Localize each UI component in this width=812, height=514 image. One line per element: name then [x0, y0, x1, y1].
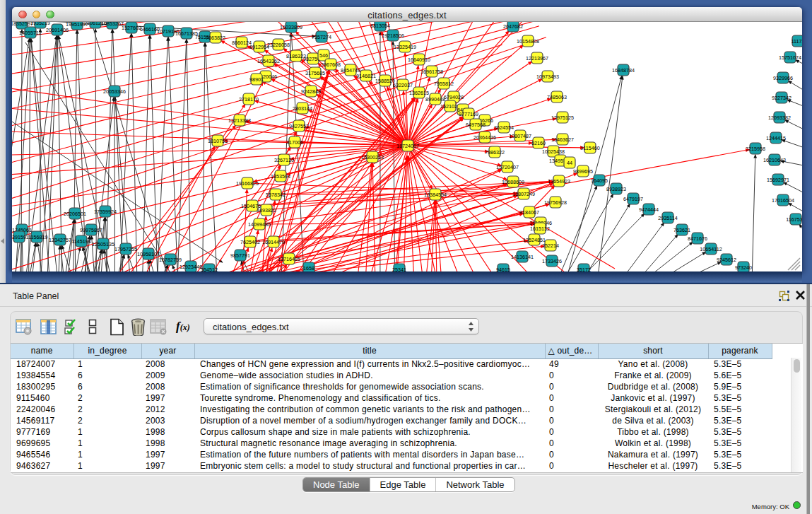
svg-text:8912954: 8912954 — [249, 44, 269, 50]
svg-text:16210643: 16210643 — [763, 157, 786, 163]
svg-text:8813054: 8813054 — [370, 23, 390, 29]
svg-text:20053346: 20053346 — [103, 88, 126, 95]
svg-text:16543362: 16543362 — [257, 58, 280, 64]
svg-text:14055712: 14055712 — [19, 30, 42, 36]
svg-text:44: 44 — [567, 160, 572, 166]
svg-text:11156819: 11156819 — [26, 234, 48, 240]
svg-text:19218506: 19218506 — [382, 33, 404, 39]
svg-text:9146821: 9146821 — [356, 73, 376, 79]
svg-text:17359924: 17359924 — [94, 209, 117, 215]
svg-text:2718170: 2718170 — [239, 96, 259, 103]
svg-text:12213383: 12213383 — [228, 117, 251, 124]
svg-text:3267130: 3267130 — [274, 157, 294, 163]
svg-text:13654923: 13654923 — [548, 178, 570, 185]
svg-text:8990448: 8990448 — [425, 96, 445, 103]
svg-text:10654112: 10654112 — [700, 246, 722, 252]
svg-text:94615: 94615 — [496, 267, 510, 272]
svg-text:2967608: 2967608 — [321, 62, 341, 68]
svg-text:18724007: 18724007 — [396, 143, 419, 149]
svg-text:973240: 973240 — [735, 264, 752, 271]
svg-text:16463627: 16463627 — [551, 136, 574, 143]
svg-text:12213967: 12213967 — [526, 55, 548, 62]
svg-text:16033809: 16033809 — [280, 24, 302, 30]
svg-text:8471676: 8471676 — [688, 235, 707, 242]
svg-text:554512: 554512 — [201, 267, 218, 272]
svg-text:12093382: 12093382 — [768, 115, 791, 121]
svg-text:20206501: 20206501 — [64, 211, 86, 217]
svg-text:10025438: 10025438 — [542, 148, 565, 155]
svg-text:7955812: 7955812 — [434, 81, 454, 87]
svg-text:9427552: 9427552 — [289, 123, 309, 129]
svg-text:12342757: 12342757 — [49, 237, 71, 243]
svg-text:15692971: 15692971 — [767, 177, 789, 183]
svg-text:14099485: 14099485 — [248, 221, 271, 228]
svg-text:9777169: 9777169 — [459, 111, 478, 117]
svg-text:7986322: 7986322 — [485, 149, 505, 156]
svg-text:11173: 11173 — [792, 38, 802, 45]
svg-text:6479197: 6479197 — [623, 196, 643, 202]
svg-text:8938923: 8938923 — [606, 186, 626, 192]
svg-text:9857791: 9857791 — [230, 252, 250, 259]
svg-text:2935114: 2935114 — [658, 215, 677, 221]
svg-text:1733426: 1733426 — [542, 258, 562, 264]
svg-text:10973493: 10973493 — [536, 74, 559, 80]
svg-text:10154808: 10154808 — [517, 38, 539, 45]
svg-text:9899695: 9899695 — [573, 168, 593, 175]
svg-text:23226058: 23226058 — [267, 42, 290, 48]
svg-text:3175685: 3175685 — [305, 70, 325, 76]
svg-text:5578342: 5578342 — [266, 192, 286, 198]
svg-text:99975867: 99975867 — [80, 227, 102, 233]
svg-text:6497568: 6497568 — [466, 122, 486, 128]
svg-text:17016504: 17016504 — [772, 197, 794, 204]
svg-text:3215958: 3215958 — [746, 146, 765, 152]
svg-text:9329966: 9329966 — [773, 75, 793, 81]
svg-text:16848784: 16848784 — [612, 67, 635, 74]
svg-text:10958107: 10958107 — [137, 251, 160, 257]
svg-text:6322037: 6322037 — [393, 82, 413, 88]
svg-text:1527602: 1527602 — [122, 25, 141, 31]
svg-text:2047682: 2047682 — [503, 23, 523, 30]
svg-text:7625402: 7625402 — [240, 239, 260, 245]
svg-text:9115460: 9115460 — [580, 145, 599, 151]
svg-text:9474444: 9474444 — [639, 206, 659, 213]
svg-text:15751074: 15751074 — [779, 54, 801, 61]
svg-text:13716485: 13716485 — [278, 256, 300, 262]
svg-text:1145194: 1145194 — [71, 238, 90, 245]
svg-text:2803144: 2803144 — [293, 105, 312, 112]
svg-text:9242848: 9242848 — [301, 88, 321, 95]
svg-text:15720407: 15720407 — [496, 164, 519, 170]
svg-text:417006: 417006 — [286, 139, 303, 146]
svg-text:1353594: 1353594 — [271, 173, 290, 180]
svg-text:16640910: 16640910 — [408, 57, 430, 63]
svg-text:1588520: 1588520 — [375, 78, 395, 84]
svg-text:1615132: 1615132 — [530, 226, 550, 232]
svg-text:19166825: 19166825 — [236, 180, 259, 187]
svg-text:3624554: 3624554 — [494, 124, 514, 131]
svg-text:20691406: 20691406 — [46, 27, 69, 33]
svg-text:17957255: 17957255 — [114, 246, 137, 252]
svg-text:16914479: 16914479 — [262, 239, 285, 245]
svg-text:6794028: 6794028 — [444, 94, 464, 100]
svg-text:1167533: 1167533 — [786, 216, 802, 223]
svg-text:10853267: 10853267 — [101, 22, 124, 27]
svg-text:14136141: 14136141 — [511, 254, 534, 260]
svg-text:62160: 62160 — [531, 140, 546, 146]
svg-text:7485063: 7485063 — [547, 94, 567, 100]
svg-text:15300213: 15300213 — [361, 154, 384, 160]
svg-text:1362615: 1362615 — [409, 90, 429, 96]
svg-text:546: 546 — [319, 52, 328, 59]
svg-text:164095: 164095 — [591, 177, 608, 184]
svg-text:12975125: 12975125 — [551, 115, 574, 121]
svg-text:7357274: 7357274 — [312, 34, 331, 40]
svg-text:10688609: 10688609 — [502, 179, 524, 185]
svg-text:7663822: 7663822 — [206, 35, 225, 41]
svg-text:20364436: 20364436 — [473, 134, 496, 141]
svg-text:9245612: 9245612 — [717, 257, 736, 263]
svg-text:12923446: 12923446 — [180, 264, 202, 270]
svg-text:9227342: 9227342 — [772, 95, 792, 101]
svg-text:25341: 25341 — [392, 267, 406, 272]
svg-text:10807487: 10807487 — [509, 133, 531, 139]
svg-text:8660124: 8660124 — [232, 40, 252, 46]
svg-text:1244415: 1244415 — [766, 135, 786, 141]
svg-text:16782759: 16782759 — [159, 257, 182, 263]
